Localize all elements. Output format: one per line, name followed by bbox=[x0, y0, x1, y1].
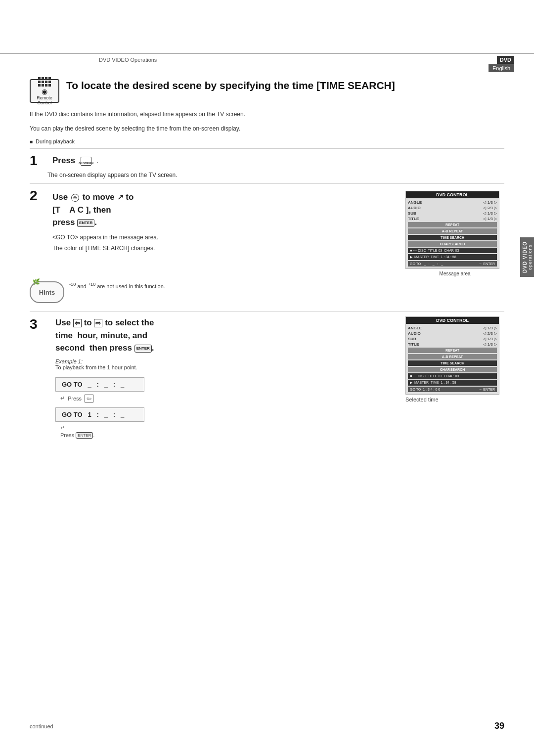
bottom-bar: continued 39 bbox=[30, 721, 504, 731]
hints-section: Hints -10 and +10 are not used in this f… bbox=[30, 281, 504, 303]
sub-label: SUB bbox=[408, 211, 416, 216]
step3-right: DVD CONTROL ANGLE ◁ 1/3 ▷ AUDIO ◁ 2/3 ▷ … bbox=[405, 316, 504, 441]
enter-btn-step3: ENTER bbox=[134, 345, 152, 353]
intro-line2: You can play the desired scene by select… bbox=[30, 124, 504, 133]
enter-btn-step2: ENTER bbox=[77, 219, 94, 227]
goto-display1: GO TO _ : _ : _ bbox=[55, 377, 144, 392]
msg-area-label: Message area bbox=[405, 271, 504, 276]
dvd-control-screen1: DVD CONTROL ANGLE ◁ 1/3 ▷ AUDIO ◁ 2/3 ▷ bbox=[405, 191, 499, 269]
dvd-control-screen2: DVD CONTROL ANGLE ◁ 1/3 ▷ AUDIO ◁ 2/3 ▷ … bbox=[405, 316, 499, 395]
dvd-ctrl-title-row: TITLE ◁ 1/3 ▷ bbox=[408, 217, 497, 221]
plus10-icon: +10 bbox=[88, 282, 96, 287]
section-label: DVD VIDEO Operations bbox=[0, 57, 493, 63]
angle-val: ◁ 1/3 ▷ bbox=[483, 200, 497, 205]
step2-screenshot: DVD CONTROL ANGLE ◁ 1/3 ▷ AUDIO ◁ 2/3 ▷ bbox=[405, 191, 504, 276]
goto-arrow-row1: ↵ Press ⇦ bbox=[60, 395, 398, 402]
goto-display2: GO TO 1 : _ : _ bbox=[55, 407, 144, 422]
dvd-ctrl-audio-row: AUDIO ◁ 2/3 ▷ bbox=[408, 206, 497, 210]
status-bar2: ■ ···· DISC TITLE 03 CHAP. 03 bbox=[408, 373, 497, 379]
time-bar1: ▶ MASTER TIME 1 : 34 : 58 bbox=[408, 254, 497, 260]
dvd-badge: DVD bbox=[497, 56, 514, 64]
dvd-video-sidebar: DVD VIDEO operations bbox=[520, 237, 534, 277]
step3-number: 3 bbox=[30, 316, 47, 441]
step2-row: 2 Use ◎ to move ↗ to [T A C ], then pres… bbox=[30, 183, 504, 276]
step1-row: 1 Press . bbox=[30, 148, 504, 169]
dvd-ctrl-title2: DVD CONTROL bbox=[406, 317, 499, 324]
chap-search-btn2: CHAP.SEARCH bbox=[408, 367, 497, 372]
dvd-ctrl-body2: ANGLE ◁ 1/3 ▷ AUDIO ◁ 2/3 ▷ SUB ◁ 1/3 ▷ … bbox=[406, 324, 499, 394]
goto-text2: GO TO 1 : 3 4 : 0 0 bbox=[410, 388, 440, 391]
time-bar2: ▶ MASTER TIME 1 : 34 : 58 bbox=[408, 380, 497, 386]
dvd-ctrl-body1: ANGLE ◁ 1/3 ▷ AUDIO ◁ 2/3 ▷ SUB ◁ 1/3 ▷ bbox=[406, 198, 499, 268]
time-search-btn2: TIME SEARCH bbox=[408, 360, 497, 366]
repeat-btn1: REPEAT bbox=[408, 222, 497, 227]
enter-btn-display: ENTER bbox=[76, 432, 93, 439]
repeat-btn2: REPEAT bbox=[408, 348, 497, 353]
goto-enter2: → ENTER bbox=[479, 388, 495, 391]
ab-repeat-btn1: A-B REPEAT bbox=[408, 228, 497, 234]
dvd-ctrl-sub-row2: SUB ◁ 1/3 ▷ bbox=[408, 337, 497, 341]
onscreen-icon bbox=[81, 157, 91, 166]
remote-control-icon: ◉ Remote Control bbox=[30, 79, 59, 103]
press-enter-row: Press ENTER. bbox=[60, 432, 398, 439]
step2-left: Use ◎ to move ↗ to [T A C ], then press … bbox=[52, 191, 398, 276]
main-content: ◉ Remote Control To locate the desired s… bbox=[30, 64, 504, 441]
time-search-btn1: TIME SEARCH bbox=[408, 235, 497, 240]
selected-time-label: Selected time bbox=[405, 397, 504, 402]
hints-text: -10 and +10 are not used in this functio… bbox=[69, 281, 165, 290]
arrow-down-icon1: ↵ bbox=[60, 395, 65, 401]
step3-left: Use ⇦ to ⇨ to select the time hour, minu… bbox=[55, 316, 398, 441]
speaker-icon: ◉ bbox=[42, 88, 47, 95]
minus10-icon: -10 bbox=[69, 282, 76, 287]
onscreen-label: . bbox=[97, 158, 98, 164]
step2-sub2: The color of [TIME SEARCH] changes. bbox=[52, 244, 398, 253]
goto-label1: GO TO _ : _ : _ bbox=[62, 381, 124, 388]
during-playback: During playback bbox=[30, 138, 504, 144]
dvd-ctrl-angle-row2: ANGLE ◁ 1/3 ▷ bbox=[408, 326, 497, 330]
hints-badge: Hints bbox=[30, 281, 64, 303]
step3-instruction: Use ⇦ to ⇨ to select the time hour, minu… bbox=[55, 316, 398, 355]
audio-label: AUDIO bbox=[408, 206, 421, 210]
status-bar1: ■ ···· DISC TITLE 03 CHAP. 03 bbox=[408, 248, 497, 253]
step2-sub1: <GO TO> appears in the message area. bbox=[52, 233, 398, 242]
arrow-down-icon2: ↵ bbox=[60, 425, 65, 431]
goto-bar1: GO TO _ : _ : _ → ENTER bbox=[408, 261, 497, 267]
section-title: To locate the desired scene by specifyin… bbox=[66, 79, 395, 91]
grid-icon bbox=[38, 77, 51, 87]
arrow-right-icon: ↗ bbox=[117, 193, 124, 201]
chap-search-btn1: CHAP.SEARCH bbox=[408, 241, 497, 247]
sub-val: ◁ 1/3 ▷ bbox=[483, 211, 497, 216]
step2-instruction: Use ◎ to move ↗ to [T A C ], then press … bbox=[52, 191, 398, 229]
joystick-icon: ◎ bbox=[71, 194, 79, 202]
step3-row: 3 Use ⇦ to ⇨ to select the time hour, mi… bbox=[30, 311, 504, 441]
left-arrow-icon: ⇦ bbox=[73, 319, 82, 327]
title-val: ◁ 1/3 ▷ bbox=[483, 217, 497, 221]
step2-number: 2 bbox=[30, 188, 47, 204]
hints-label: Hints bbox=[39, 289, 55, 296]
dvd-ctrl-audio-row2: AUDIO ◁ 2/3 ▷ bbox=[408, 331, 497, 336]
goto-label2: GO TO 1 : _ : _ bbox=[62, 411, 124, 418]
sidebar-label1: DVD VIDEO bbox=[522, 241, 528, 273]
remote-icon-label: Remote Control bbox=[31, 95, 58, 105]
step1-number: 1 bbox=[30, 153, 47, 169]
step2-area: Use ◎ to move ↗ to [T A C ], then press … bbox=[52, 188, 504, 276]
dvd-ctrl-title1: DVD CONTROL bbox=[406, 191, 499, 198]
angle-label: ANGLE bbox=[408, 200, 422, 205]
title-label: TITLE bbox=[408, 217, 419, 221]
right-arrow-icon: ⇨ bbox=[94, 319, 102, 327]
step1-sub: The on-screen display appears on the TV … bbox=[47, 172, 504, 178]
dvd-ctrl-angle-row: ANGLE ◁ 1/3 ▷ bbox=[408, 200, 497, 205]
page-number: 39 bbox=[494, 721, 504, 731]
section-header: ◉ Remote Control To locate the desired s… bbox=[30, 79, 504, 103]
goto-arrow-row2: ↵ bbox=[60, 425, 398, 431]
press-left-icon: ⇦ bbox=[85, 395, 93, 402]
example-detail: To playback from the 1 hour point. bbox=[55, 364, 398, 370]
goto-enter1: → ENTER bbox=[479, 262, 495, 266]
dvd-ctrl-sub-row: SUB ◁ 1/3 ▷ bbox=[408, 211, 497, 216]
goto-bar2: GO TO 1 : 3 4 : 0 0 → ENTER bbox=[408, 387, 497, 392]
press-text1: Press bbox=[68, 396, 82, 401]
continued-text: continued bbox=[30, 723, 53, 729]
ab-repeat-btn2: A-B REPEAT bbox=[408, 354, 497, 359]
step1-instruction: Press . bbox=[52, 156, 98, 166]
dvd-ctrl-title-row2: TITLE ◁ 1/3 ▷ bbox=[408, 342, 497, 347]
